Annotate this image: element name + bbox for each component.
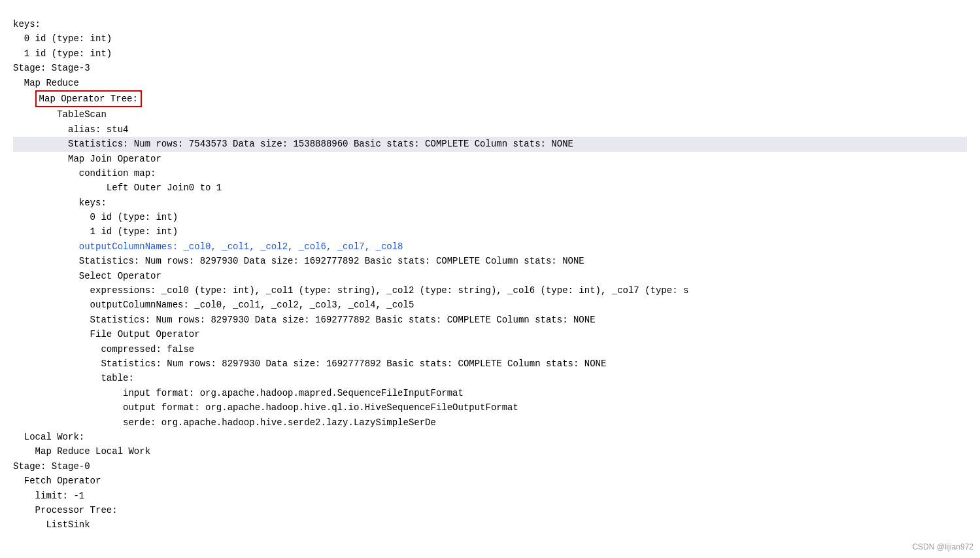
code-line: Map Join Operator	[13, 152, 967, 166]
code-line: Processor Tree:	[13, 503, 967, 517]
code-line: condition map:	[13, 166, 967, 181]
code-line: File Output Operator	[13, 327, 967, 341]
code-line: outputColumnNames: _col0, _col1, _col2, …	[13, 298, 967, 312]
highlighted-line: Statistics: Num rows: 7543573 Data size:…	[13, 137, 967, 151]
code-line: Local Work:	[13, 430, 967, 444]
code-line: Statistics: Num rows: 8297930 Data size:…	[13, 357, 967, 371]
map-operator-tree-line: Map Operator Tree:	[13, 90, 967, 107]
code-line: compressed: false	[13, 342, 967, 357]
code-line: Map Reduce	[13, 76, 967, 90]
code-line: serde: org.apache.hadoop.hive.serde2.laz…	[13, 415, 967, 430]
output-column-names-line: outputColumnNames: _col0, _col1, _col2, …	[13, 239, 967, 254]
code-line: Stage: Stage-0	[13, 459, 967, 474]
code-line: keys:	[13, 196, 967, 210]
code-line: Statistics: Num rows: 8297930 Data size:…	[13, 313, 967, 327]
code-line: keys:	[13, 17, 967, 31]
code-line: limit: -1	[13, 489, 967, 503]
code-line: Fetch Operator	[13, 474, 967, 488]
code-line: Statistics: Num rows: 8297930 Data size:…	[13, 254, 967, 268]
code-line: table:	[13, 371, 967, 385]
code-line: Left Outer Join0 to 1	[13, 181, 967, 195]
boxed-map-operator-tree: Map Operator Tree:	[35, 90, 142, 107]
code-line: ListSink	[13, 517, 967, 532]
code-line: alias: stu4	[13, 122, 967, 137]
code-line: 1 id (type: int)	[13, 224, 967, 239]
code-line: TableScan	[13, 107, 967, 122]
content-area: keys: 0 id (type: int) 1 id (type: int)S…	[13, 7, 967, 558]
code-line: Select Operator	[13, 269, 967, 283]
code-line: Stage: Stage-3	[13, 61, 967, 75]
code-line: 1 id (type: int)	[13, 46, 967, 61]
code-line: input format: org.apache.hadoop.mapred.S…	[13, 386, 967, 400]
code-line: 0 id (type: int)	[13, 210, 967, 224]
code-line: expressions: _col0 (type: int), _col1 (t…	[13, 283, 967, 298]
watermark: CSDN @lijian972	[912, 542, 973, 551]
code-line: Map Reduce Local Work	[13, 444, 967, 459]
code-line: 0 id (type: int)	[13, 31, 967, 46]
code-line: output format: org.apache.hadoop.hive.ql…	[13, 400, 967, 415]
